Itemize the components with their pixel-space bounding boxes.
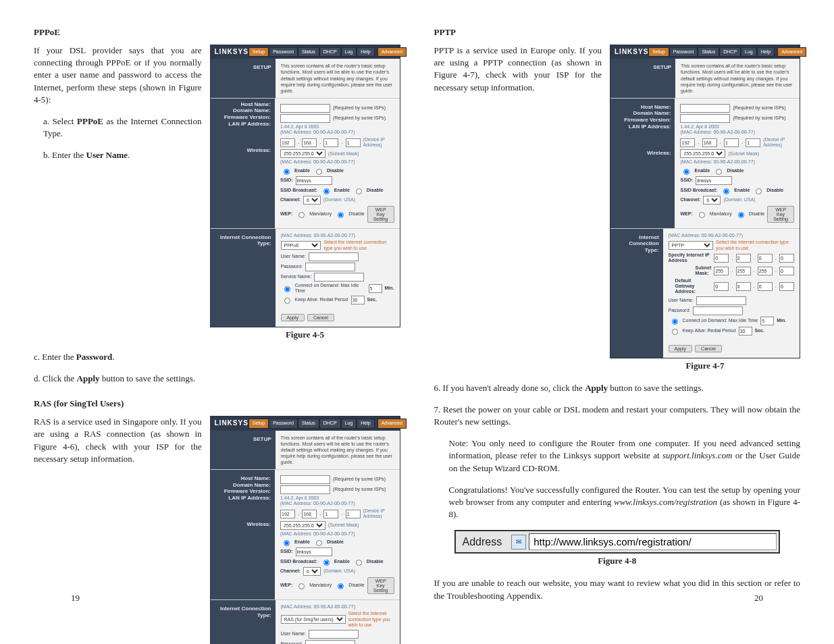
wep-mandatory[interactable] <box>298 212 305 218</box>
ie-page-icon: ✉ <box>511 535 526 549</box>
tab-setup[interactable]: Setup <box>249 47 269 57</box>
figure-4-5-router: LINKSYS Setup Password Status DHCP Log H… <box>210 45 400 327</box>
congrats-para: Congratulations! You've successfully con… <box>449 484 801 521</box>
closing-para: If you are unable to reach our website, … <box>434 577 801 601</box>
ip-oct3[interactable] <box>323 138 338 147</box>
step-7: 7. Reset the power on your cable or DSL … <box>434 404 801 428</box>
figure-4-6-router: LINKSYS SetupPasswordStatusDHCPLogHelpAd… <box>210 416 400 644</box>
ip-oct2[interactable] <box>302 138 317 147</box>
lbl-firmware: Firmware Version: <box>215 114 271 121</box>
conn-type-select[interactable]: PPPoE <box>281 241 321 250</box>
side-setup: SETUP <box>211 59 276 97</box>
servicename-input[interactable] <box>314 273 364 281</box>
tab-log[interactable]: Log <box>341 47 357 57</box>
page-number-right: 20 <box>754 593 763 603</box>
figure-4-7-router: LINKSYS SetupPasswordStatusDHCPLogHelpAd… <box>610 45 800 358</box>
cod-min-input[interactable] <box>369 284 382 293</box>
figure-4-5-caption: Figure 4-5 <box>210 329 400 340</box>
wireless-disable[interactable] <box>316 169 322 175</box>
lbl-domainname: Domain Name: <box>215 107 271 114</box>
ras-intro: RAS is a service used in Singapore only.… <box>34 416 202 465</box>
step-c: c. Enter the Password. <box>34 351 400 363</box>
address-bar: Address ✉ http://www.linksys.com/registr… <box>454 530 781 554</box>
bcast-enable[interactable] <box>323 188 330 194</box>
address-label: Address <box>456 533 509 551</box>
bcast-disable[interactable] <box>356 188 362 194</box>
ip-oct1[interactable] <box>280 138 295 147</box>
password-input[interactable] <box>305 263 355 271</box>
ka-radio[interactable] <box>284 298 290 304</box>
host-input[interactable] <box>280 104 330 113</box>
pptp-conn-select[interactable]: PPTP <box>669 241 714 250</box>
router-logo: LINKSYS <box>215 48 249 56</box>
wireless-enable[interactable] <box>284 169 290 175</box>
page-number-left: 19 <box>71 593 80 603</box>
channel-select[interactable]: 6 <box>303 196 321 205</box>
ras-conn-select[interactable]: RAS (for SingTel users) <box>281 615 346 624</box>
ssid-input[interactable] <box>296 176 332 185</box>
step-d: d. Click the Apply button to save the se… <box>34 373 400 385</box>
subnet-select[interactable]: 255.255.255.0 <box>280 149 325 158</box>
wep-disable[interactable] <box>338 212 344 218</box>
step-6: 6. If you haven't already done so, click… <box>434 382 801 394</box>
ras-heading: RAS (for SingTel Users) <box>34 398 400 409</box>
tab-status[interactable]: Status <box>298 47 319 57</box>
username-input[interactable] <box>309 252 359 261</box>
note-para: Note: You only need to configure the Rou… <box>449 437 801 475</box>
step-a: a. Select PPPoE as the Internet Connecti… <box>43 115 202 140</box>
wep-key-button[interactable]: WEP Key Setting <box>367 206 394 223</box>
pptp-intro: PPTP is a service used in Europe only. I… <box>434 45 602 94</box>
router-intro: This screen contains all of the router's… <box>281 63 394 93</box>
cancel-button[interactable]: Cancel <box>307 314 334 321</box>
tab-password[interactable]: Password <box>269 47 298 57</box>
apply-button[interactable]: Apply <box>281 314 305 321</box>
lbl-lanip: LAN IP Address: <box>215 121 271 128</box>
lbl-wireless: Wireless: <box>215 147 271 154</box>
firmware-val: 1.44.2, Apr 8 2003 <box>280 124 394 130</box>
cod-radio[interactable] <box>284 286 290 292</box>
pptp-heading: PPTP <box>434 27 801 38</box>
pppoe-intro: If your DSL provider says that you are c… <box>34 45 202 106</box>
pppoe-heading: PPPoE <box>34 27 400 38</box>
lbl-ict: Internet Connection Type: <box>211 229 276 327</box>
domain-input[interactable] <box>280 114 330 123</box>
ka-sec-input[interactable] <box>351 296 365 304</box>
figure-4-8-caption: Figure 4-8 <box>454 556 781 566</box>
pptp-ip1[interactable] <box>714 254 729 263</box>
address-url[interactable]: http://www.linksys.com/registration/ <box>529 533 777 550</box>
tab-advanced[interactable]: Advanced <box>377 47 407 57</box>
tab-help[interactable]: Help <box>357 47 374 57</box>
tab-dhcp[interactable]: DHCP <box>319 47 341 57</box>
lbl-hostname: Host Name: <box>215 101 271 108</box>
figure-4-7-caption: Figure 4-7 <box>610 360 800 371</box>
mac-hint: (MAC Address: 00-90-A2-00-00-77) <box>280 130 394 135</box>
step-b: b. Enter the User Name. <box>43 149 202 161</box>
ip-oct4[interactable] <box>346 138 361 147</box>
